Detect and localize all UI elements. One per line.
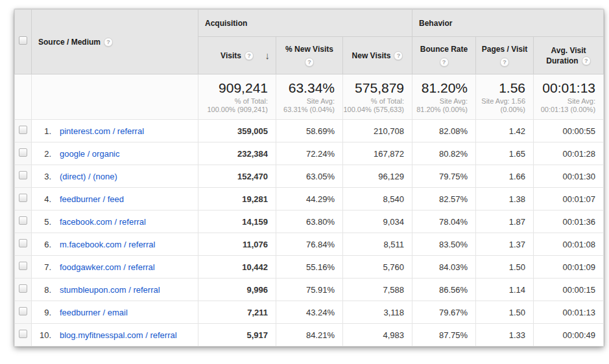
column-header-new-visits[interactable]: New Visits? [343, 37, 412, 74]
bounce-rate-cell: 87.75% [412, 324, 476, 347]
bounce-rate-cell: 78.04% [412, 210, 476, 233]
row-rank: 8. [32, 285, 51, 295]
help-icon[interactable]: ? [305, 58, 314, 67]
new-visits-cell: 96,129 [343, 165, 412, 188]
row-checkbox[interactable] [19, 307, 27, 315]
table-row: 6.m.facebook.com / referral 11,076 76.84… [15, 233, 604, 256]
column-header-pages-per-visit[interactable]: Pages / Visit? [476, 37, 534, 74]
help-icon[interactable]: ? [394, 51, 403, 60]
avg-visit-duration-cell: 00:01:13 [534, 301, 604, 324]
column-header-bounce-rate[interactable]: Bounce Rate? [412, 37, 476, 74]
summary-new-visits-value: 575,879 [343, 80, 404, 96]
pages-per-visit-cell: 1.38 [476, 188, 534, 210]
source-medium-cell: 1.pinterest.com / referral [32, 120, 198, 142]
avg-visit-duration-cell: 00:01:07 [534, 188, 604, 210]
table-row: 7.foodgawker.com / referral 10,442 55.16… [15, 256, 604, 279]
avg-visit-duration-cell: 00:01:09 [534, 256, 604, 279]
checkbox-cell [15, 210, 32, 233]
source-link[interactable]: m.facebook.com / referral [60, 240, 155, 249]
summary-pct-new-visits-caption: Site Avg: [276, 97, 335, 106]
source-link[interactable]: feedburner / email [60, 308, 128, 317]
source-medium-cell [32, 74, 198, 120]
table-row: 3.(direct) / (none) 152,470 63.05% 96,12… [15, 165, 604, 188]
row-checkbox[interactable] [19, 126, 27, 134]
table-row: 8.stumbleupon.com / referral 9,996 75.91… [15, 279, 604, 301]
help-icon[interactable]: ? [582, 56, 591, 65]
select-all-checkbox[interactable] [19, 36, 27, 45]
new-visits-cell: 9,034 [343, 210, 412, 233]
source-link[interactable]: blog.myfitnesspal.com / referral [60, 330, 177, 340]
behavior-label: Behavior [419, 19, 452, 28]
pages-per-visit-cell: 1.42 [476, 120, 534, 142]
avg-visit-duration-cell: 00:00:49 [534, 324, 604, 347]
checkbox-cell [15, 301, 32, 324]
source-link[interactable]: pinterest.com / referral [60, 126, 144, 136]
summary-avg-visit-duration-detail: 00:01:13 (0.00%) [534, 106, 595, 114]
column-header-avg-visit-duration[interactable]: Avg. Visit Duration? [534, 37, 604, 74]
visits-cell: 11,076 [198, 233, 276, 256]
select-all-cell [15, 10, 32, 74]
help-icon[interactable]: ? [500, 58, 509, 67]
visits-cell: 7,211 [198, 301, 276, 324]
pct-new-visits-cell: 43.24% [276, 301, 343, 324]
source-medium-table: Source / Medium? Acquisition Behavior Vi… [14, 9, 604, 347]
source-medium-cell: 7.foodgawker.com / referral [32, 256, 198, 279]
visits-cell: 232,384 [198, 142, 276, 165]
bounce-rate-cell: 82.57% [412, 188, 476, 210]
pct-new-visits-cell: 72.24% [276, 142, 343, 165]
column-header-source-medium[interactable]: Source / Medium? [32, 10, 198, 74]
row-checkbox[interactable] [19, 194, 27, 202]
row-checkbox[interactable] [19, 171, 27, 179]
pct-new-visits-cell: 84.21% [276, 324, 343, 347]
source-medium-cell: 5.facebook.com / referral [32, 210, 198, 233]
row-checkbox[interactable] [19, 239, 27, 247]
summary-pages-per-visit-value: 1.56 [476, 80, 525, 96]
row-checkbox[interactable] [19, 262, 27, 270]
group-header-row: Source / Medium? Acquisition Behavior [15, 10, 604, 37]
row-checkbox[interactable] [19, 148, 27, 157]
pages-per-visit-cell: 1.66 [476, 165, 534, 188]
summary-pct-new-visits-detail: 63.31% (0.04%) [276, 106, 335, 114]
row-checkbox[interactable] [19, 330, 27, 338]
column-header-pct-new-visits[interactable]: % New Visits? [276, 37, 343, 74]
table-row: 2.google / organic 232,384 72.24% 167,87… [15, 142, 604, 165]
bounce-rate-cell: 84.03% [412, 256, 476, 279]
help-icon[interactable]: ? [245, 51, 254, 60]
summary-bounce-rate-caption: Site Avg: [412, 97, 468, 106]
pct-new-visits-cell: 75.91% [276, 279, 343, 301]
source-link[interactable]: foodgawker.com / referral [60, 262, 155, 272]
new-visits-cell: 5,760 [343, 256, 412, 279]
table-row: 4.feedburner / feed 19,281 44.29% 8,540 … [15, 188, 604, 210]
visits-cell: 152,470 [198, 165, 276, 188]
row-checkbox[interactable] [19, 284, 27, 293]
table-row: 1.pinterest.com / referral 359,005 58.69… [15, 120, 604, 142]
column-header-visits[interactable]: Visits? ↓ [198, 37, 276, 74]
bounce-rate-cell: 86.56% [412, 279, 476, 301]
checkbox-cell [15, 142, 32, 165]
sort-descending-icon[interactable]: ↓ [265, 51, 270, 61]
source-link[interactable]: (direct) / (none) [60, 172, 117, 181]
checkbox-cell [15, 279, 32, 301]
row-rank: 5. [32, 217, 51, 227]
pct-new-visits-cell: 63.05% [276, 165, 343, 188]
avg-visit-duration-cell: 00:00:15 [534, 279, 604, 301]
source-link[interactable]: google / organic [60, 149, 120, 159]
pages-per-visit-cell: 1.65 [476, 142, 534, 165]
row-checkbox[interactable] [19, 216, 27, 225]
summary-bounce-rate-detail: 81.20% (0.00%) [412, 106, 468, 114]
pages-per-visit-cell: 1.87 [476, 210, 534, 233]
source-medium-cell: 6.m.facebook.com / referral [32, 233, 198, 256]
analytics-table-card: Source / Medium? Acquisition Behavior Vi… [14, 9, 604, 347]
source-link[interactable]: stumbleupon.com / referral [60, 285, 160, 295]
source-link[interactable]: facebook.com / referral [60, 217, 146, 227]
help-icon[interactable]: ? [104, 38, 113, 47]
summary-pages-per-visit-cell: 1.56 Site Avg: 1.56 (0.00%) [476, 74, 534, 120]
source-link[interactable]: feedburner / feed [60, 194, 124, 204]
checkbox-cell [15, 74, 32, 120]
summary-pct-new-visits-value: 63.34% [276, 80, 335, 96]
summary-avg-visit-duration-caption: Site Avg: [534, 97, 595, 106]
checkbox-cell [15, 188, 32, 210]
help-icon[interactable]: ? [440, 58, 449, 67]
summary-visits-caption: % of Total: [198, 97, 268, 106]
row-rank: 1. [32, 126, 51, 136]
